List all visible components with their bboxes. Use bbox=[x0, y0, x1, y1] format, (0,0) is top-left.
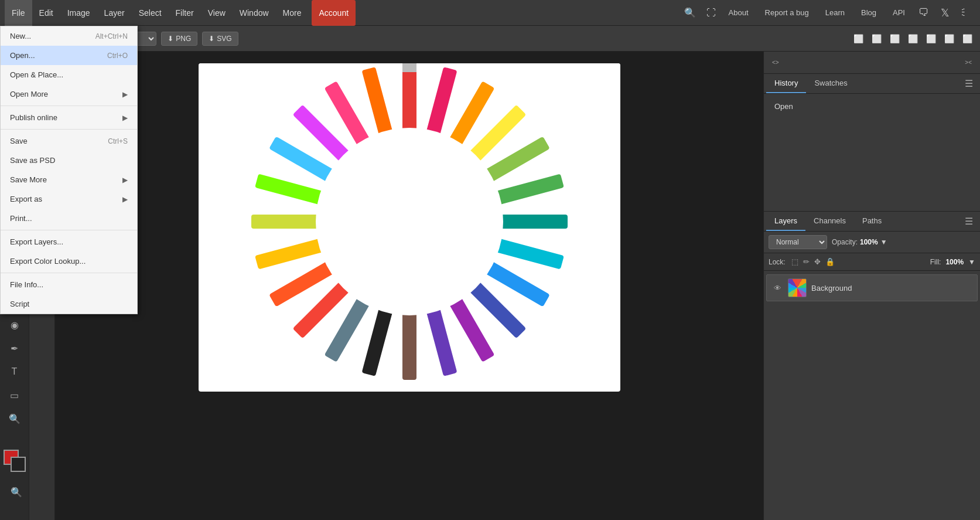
export-png-button[interactable]: ⬇ PNG bbox=[161, 32, 197, 46]
facebook-icon[interactable]: 🗧 bbox=[957, 4, 975, 22]
align-top-icon[interactable]: ⬜ bbox=[904, 30, 921, 47]
dropdown-save-more[interactable]: Save More ▶ bbox=[1, 170, 137, 189]
layers-panel-menu[interactable]: ☰ bbox=[960, 213, 978, 229]
menu-blog[interactable]: Blog bbox=[854, 0, 883, 26]
lock-position-btn[interactable]: ✥ bbox=[813, 256, 822, 267]
dropdown-save[interactable]: Save Ctrl+S bbox=[1, 131, 137, 151]
fullscreen-button[interactable]: ⛶ bbox=[701, 2, 722, 23]
paths-tab[interactable]: Paths bbox=[854, 212, 890, 231]
reddit-icon[interactable]: 🗨 bbox=[914, 4, 933, 22]
dropdown-script-label: Script bbox=[10, 300, 29, 308]
collapse-right-btn[interactable]: >< bbox=[961, 58, 975, 67]
dropdown-open-more[interactable]: Open More ▶ bbox=[1, 84, 137, 104]
menu-about[interactable]: About bbox=[722, 0, 756, 26]
menu-image[interactable]: Image bbox=[60, 0, 97, 26]
align-center-h-icon[interactable]: ⬜ bbox=[868, 30, 885, 47]
collapse-left-btn[interactable]: <> bbox=[769, 58, 783, 67]
align-left-icon[interactable]: ⬜ bbox=[850, 30, 866, 47]
layers-tabs: Layers Channels Paths ☰ bbox=[764, 212, 980, 232]
main-layout: ✥ ⬚ ⌇ ✦ ⊡ ⋮ ⊕ ✏ ⎘ ◻ ◈ ◉ ✒ T ▭ 🔍 🔍 ℹ bbox=[0, 52, 980, 520]
swatches-tab[interactable]: Swatches bbox=[806, 74, 855, 93]
opacity-value: 100% bbox=[860, 238, 878, 246]
history-panel-menu[interactable]: ☰ bbox=[960, 76, 978, 91]
menu-more[interactable]: More bbox=[276, 0, 309, 26]
svg-point-50 bbox=[316, 128, 503, 315]
dropdown-script[interactable]: Script bbox=[1, 294, 137, 314]
dropdown-new-shortcut: Alt+Ctrl+N bbox=[95, 32, 128, 40]
history-tabs: History Swatches ☰ bbox=[764, 74, 980, 94]
dropdown-save-psd[interactable]: Save as PSD bbox=[1, 151, 137, 170]
menu-api[interactable]: API bbox=[886, 0, 912, 26]
dropdown-export-color[interactable]: Export Color Lookup... bbox=[1, 251, 137, 271]
channels-tab[interactable]: Channels bbox=[805, 212, 854, 231]
menu-select[interactable]: Select bbox=[132, 0, 169, 26]
twitter-icon[interactable]: 𝕏 bbox=[935, 4, 954, 22]
blend-mode-select[interactable]: Normal Multiply Screen Overlay Darken Li… bbox=[769, 235, 827, 249]
lock-transparent-btn[interactable]: ⬚ bbox=[790, 256, 800, 267]
menu-account[interactable]: Account bbox=[312, 0, 356, 26]
canvas-area[interactable] bbox=[55, 52, 763, 520]
lock-label: Lock: bbox=[769, 258, 786, 266]
canvas-image bbox=[199, 63, 620, 392]
dropdown-open-place[interactable]: Open & Place... bbox=[1, 65, 137, 84]
search-button[interactable]: 🔍 bbox=[679, 2, 701, 23]
menu-report-bug[interactable]: Report a bug bbox=[758, 0, 816, 26]
layer-visibility-toggle[interactable]: 👁 bbox=[771, 282, 783, 294]
align-bottom-icon[interactable]: ⬜ bbox=[941, 30, 957, 47]
dropdown-open[interactable]: Open... Ctrl+O bbox=[1, 46, 137, 65]
dropdown-publish-label: Publish online bbox=[10, 113, 57, 122]
align-center-v-icon[interactable]: ⬜ bbox=[923, 30, 939, 47]
separator-3 bbox=[1, 230, 137, 230]
blur-tool[interactable]: ◉ bbox=[4, 314, 25, 335]
dropdown-new[interactable]: New... Alt+Ctrl+N bbox=[1, 26, 137, 46]
opacity-dropdown-icon[interactable]: ▼ bbox=[880, 238, 887, 246]
fill-control: Fill: 100% ▼ bbox=[930, 258, 975, 266]
dropdown-export-as[interactable]: Export as ▶ bbox=[1, 189, 137, 209]
history-panel: History Swatches ☰ Open bbox=[764, 74, 980, 212]
menu-layer[interactable]: Layer bbox=[97, 0, 132, 26]
dropdown-save-psd-label: Save as PSD bbox=[10, 156, 55, 165]
history-tab[interactable]: History bbox=[766, 74, 806, 93]
dropdown-print[interactable]: Print... bbox=[1, 209, 137, 228]
background-color[interactable] bbox=[11, 457, 26, 472]
dropdown-save-shortcut: Ctrl+S bbox=[108, 137, 128, 145]
fill-value: 100% bbox=[945, 258, 964, 266]
dropdown-publish[interactable]: Publish online ▶ bbox=[1, 108, 137, 127]
color-swatches bbox=[4, 450, 27, 473]
right-top-bar: <> >< bbox=[764, 52, 980, 74]
lock-fill-row: Lock: ⬚ ✏ ✥ 🔒 Fill: 100% ▼ bbox=[764, 253, 980, 271]
menu-window[interactable]: Window bbox=[233, 0, 276, 26]
menu-view[interactable]: View bbox=[201, 0, 233, 26]
export-svg-button[interactable]: ⬇ SVG bbox=[202, 32, 238, 46]
dropdown-file-info[interactable]: File Info... bbox=[1, 275, 137, 294]
distribute-icon[interactable]: ⬜ bbox=[959, 30, 975, 47]
dropdown-export-layers[interactable]: Export Layers... bbox=[1, 232, 137, 251]
svg-rect-3 bbox=[402, 63, 416, 72]
menu-learn[interactable]: Learn bbox=[818, 0, 852, 26]
lock-all-btn[interactable]: 🔒 bbox=[824, 256, 836, 267]
layer-background[interactable]: 👁 Background bbox=[766, 274, 978, 301]
menu-file[interactable]: File bbox=[5, 0, 32, 26]
dropdown-new-label: New... bbox=[10, 32, 31, 40]
shape-tool[interactable]: ▭ bbox=[4, 385, 25, 406]
fill-dropdown-icon[interactable]: ▼ bbox=[968, 258, 975, 266]
right-panel: <> >< History Swatches ☰ Open Layers Cha… bbox=[763, 52, 980, 520]
align-right-icon[interactable]: ⬜ bbox=[886, 30, 903, 47]
dropdown-open-label: Open... bbox=[10, 51, 35, 60]
lock-pixels-btn[interactable]: ✏ bbox=[802, 256, 811, 267]
dropdown-save-more-arrow: ▶ bbox=[122, 176, 128, 184]
zoom-tool[interactable]: 🔍 bbox=[4, 408, 25, 429]
pen-tool[interactable]: ✒ bbox=[4, 338, 25, 359]
layers-controls: Normal Multiply Screen Overlay Darken Li… bbox=[764, 232, 980, 253]
separator-2 bbox=[1, 129, 137, 130]
dropdown-open-more-label: Open More bbox=[10, 90, 48, 98]
layers-tab[interactable]: Layers bbox=[766, 212, 805, 231]
bottom-search[interactable]: 🔍 bbox=[6, 481, 27, 502]
menu-edit[interactable]: Edit bbox=[32, 0, 60, 26]
dropdown-publish-arrow: ▶ bbox=[122, 114, 128, 122]
menu-filter[interactable]: Filter bbox=[169, 0, 201, 26]
download-svg-icon: ⬇ bbox=[209, 35, 214, 43]
search-tool-icon[interactable]: 🔍 bbox=[6, 481, 27, 502]
history-item-open[interactable]: Open bbox=[771, 100, 973, 113]
text-tool[interactable]: T bbox=[4, 361, 25, 382]
